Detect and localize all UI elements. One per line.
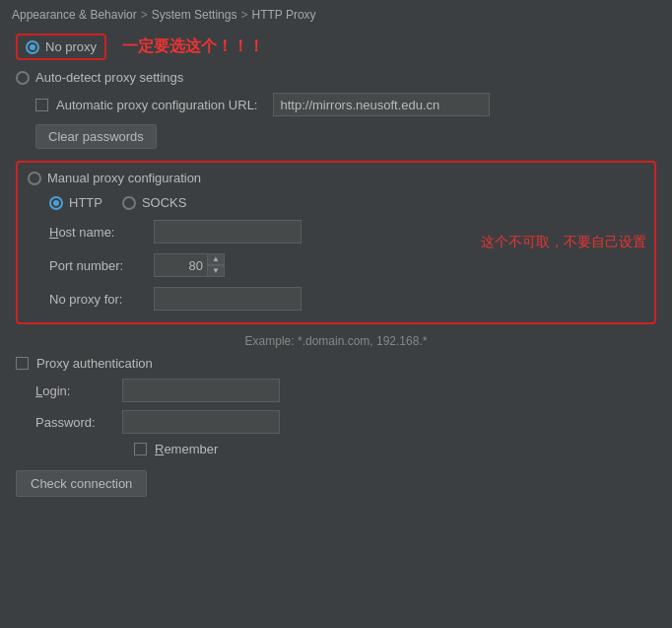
no-proxy-for-label: No proxy for: <box>49 292 148 307</box>
proxy-auth-label: Proxy authentication <box>36 356 153 371</box>
host-name-label: Host name: <box>49 225 148 240</box>
auto-config-checkbox[interactable] <box>35 99 48 111</box>
no-proxy-for-input[interactable] <box>154 287 302 311</box>
login-label: Login: <box>35 384 114 398</box>
auto-config-url-input[interactable] <box>273 93 490 116</box>
breadcrumb: Appearance & Behavior > System Settings … <box>0 0 672 28</box>
no-proxy-radio[interactable] <box>26 40 39 54</box>
manual-proxy-section: Manual proxy configuration HTTP SOCKS Ho… <box>16 161 656 324</box>
breadcrumb-sep1: > <box>141 8 148 22</box>
port-number-label: Port number: <box>49 258 148 273</box>
socks-label: SOCKS <box>142 195 187 210</box>
http-label: HTTP <box>69 195 102 210</box>
clear-passwords-button[interactable]: Clear passwords <box>35 124 157 149</box>
http-radio[interactable] <box>49 196 63 210</box>
remember-checkbox[interactable] <box>134 443 147 455</box>
auto-detect-option[interactable]: Auto-detect proxy settings <box>16 70 183 85</box>
breadcrumb-part2: System Settings <box>152 8 237 22</box>
breadcrumb-part3: HTTP Proxy <box>251 8 315 22</box>
manual-proxy-label: Manual proxy configuration <box>47 171 201 185</box>
no-proxy-label[interactable]: No proxy <box>45 39 97 54</box>
password-input[interactable] <box>122 410 280 434</box>
remember-label: Remember <box>155 442 218 456</box>
host-name-input[interactable] <box>154 220 302 244</box>
port-up-button[interactable]: ▲ <box>207 253 225 265</box>
socks-option[interactable]: SOCKS <box>122 195 187 210</box>
login-input[interactable] <box>122 379 280 402</box>
breadcrumb-part1: Appearance & Behavior <box>12 8 137 22</box>
auto-detect-radio[interactable] <box>16 71 30 85</box>
check-connection-button[interactable]: Check connection <box>16 470 147 497</box>
proxy-auth-checkbox[interactable] <box>16 357 29 370</box>
breadcrumb-sep2: > <box>240 8 247 22</box>
no-proxy-highlight-box: No proxy <box>16 34 106 60</box>
example-text: Example: *.domain.com, 192.168.* <box>16 334 656 348</box>
port-input[interactable] <box>154 253 208 277</box>
http-option[interactable]: HTTP <box>49 195 102 210</box>
port-spinners: ▲ ▼ <box>207 253 225 277</box>
auto-detect-label: Auto-detect proxy settings <box>35 70 183 85</box>
socks-radio[interactable] <box>122 196 136 210</box>
manual-proxy-radio[interactable] <box>28 172 41 185</box>
port-down-button[interactable]: ▼ <box>207 265 225 277</box>
annotation-must-select: 一定要选这个！！！ <box>122 36 264 57</box>
port-spinner[interactable]: ▲ ▼ <box>154 253 225 277</box>
password-label: Password: <box>35 415 114 430</box>
bottom-button-row: Check connection <box>16 470 656 497</box>
auto-config-label: Automatic proxy configuration URL: <box>56 98 257 112</box>
